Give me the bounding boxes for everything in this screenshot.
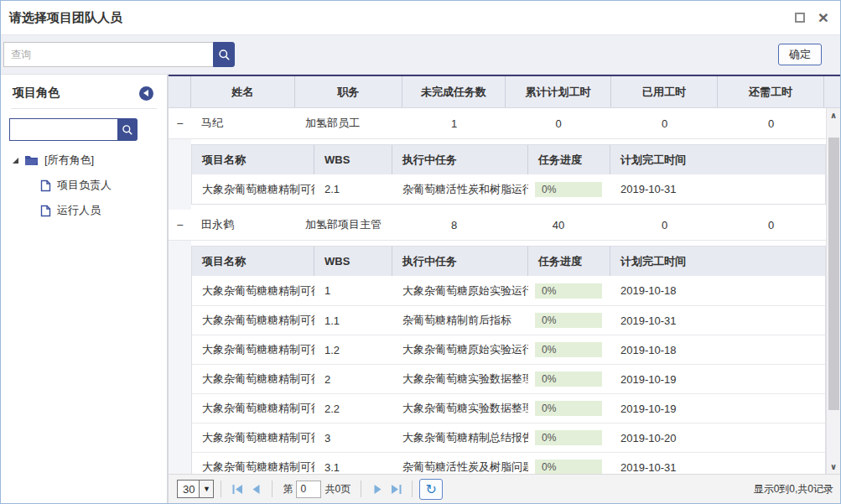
cell-task: 大象杂葡萄糖实验数据整理 bbox=[392, 365, 528, 393]
scroll-up-icon[interactable]: ∧ bbox=[827, 108, 840, 122]
scrollbar-thumb[interactable] bbox=[828, 138, 839, 410]
role-search-input[interactable] bbox=[9, 118, 117, 141]
search-group bbox=[3, 42, 235, 67]
task-row: 大象杂葡萄糖糖精制可行性 1 大象杂葡萄糖原始实验运行 0% 2019-10-1… bbox=[192, 276, 825, 305]
cell-project: 大象杂葡萄糖糖精制可行性 bbox=[192, 276, 314, 305]
subcolumn-project: 项目名称 bbox=[192, 145, 314, 174]
column-header-planned-hours: 累计计划工时 bbox=[506, 76, 611, 107]
header-expand-cell bbox=[169, 76, 191, 107]
next-page-button[interactable] bbox=[368, 480, 387, 498]
tree-node-label: [所有角色] bbox=[44, 153, 94, 168]
cell-finish-date: 2019-10-19 bbox=[610, 365, 825, 393]
sidebar-header: 项目角色 bbox=[1, 75, 167, 108]
record-summary: 显示0到0,共0记录 bbox=[754, 482, 833, 496]
task-subtable-person-2: 项目名称 WBS 执行中任务 任务进度 计划完工时间 大象杂葡萄糖糖精制可行性 … bbox=[191, 246, 826, 474]
tree-expander-icon[interactable] bbox=[13, 158, 18, 164]
progress-bar: 0% bbox=[535, 430, 602, 445]
subcolumn-project: 项目名称 bbox=[192, 247, 314, 276]
search-button[interactable] bbox=[213, 42, 235, 67]
tree-node-all-roles[interactable]: [所有角色] bbox=[1, 148, 167, 173]
chevron-down-icon: ▼ bbox=[199, 481, 213, 497]
page-number-input[interactable] bbox=[296, 481, 321, 498]
task-row: 大象杂葡萄糖糖精制可行性 2 大象杂葡萄糖实验数据整理 0% 2019-10-1… bbox=[192, 364, 825, 393]
close-icon[interactable]: × bbox=[818, 12, 828, 23]
cell-finish-date: 2019-10-19 bbox=[610, 394, 825, 423]
first-page-button[interactable] bbox=[228, 480, 247, 498]
cell-task: 杂葡萄糖精制前后指标 bbox=[392, 306, 528, 335]
folder-icon bbox=[24, 154, 39, 166]
task-row: 大象杂葡萄糖糖精制可行性 3.1 杂葡萄糖活性炭及树脂问题 0% 2019-10… bbox=[192, 452, 825, 474]
search-input[interactable] bbox=[3, 42, 213, 67]
subtable-header: 项目名称 WBS 执行中任务 任务进度 计划完工时间 bbox=[192, 145, 825, 174]
table-row-person-2[interactable]: − 田永鹤 加氢部项目主管 8 40 0 0 bbox=[169, 210, 826, 241]
last-page-button[interactable] bbox=[387, 480, 405, 498]
search-icon bbox=[218, 49, 231, 61]
cell-project: 大象杂葡萄糖糖精制可行性 bbox=[192, 423, 314, 452]
file-icon bbox=[40, 205, 51, 217]
refresh-button[interactable]: ↻ bbox=[419, 479, 443, 500]
cell-finish-date: 2019-10-31 bbox=[610, 306, 825, 335]
sidebar-divider bbox=[11, 108, 157, 109]
grid-body: − 马纪 加氢部员工 1 0 0 0 项目名称 WBS 执行中任务 bbox=[169, 108, 826, 474]
cell-project: 大象杂葡萄糖糖精制可行性 bbox=[192, 365, 314, 393]
tree-node-operator[interactable]: 运行人员 bbox=[1, 198, 167, 223]
toolbar: 确定 bbox=[1, 34, 840, 75]
cell-project: 大象杂葡萄糖糖精制可行性 bbox=[192, 335, 314, 364]
page-size-value: 30 bbox=[178, 483, 199, 496]
cell-progress: 0% bbox=[528, 394, 610, 423]
refresh-icon: ↻ bbox=[425, 481, 436, 497]
page-size-select[interactable]: 30 ▼ bbox=[177, 480, 214, 498]
scroll-down-icon[interactable]: ∨ bbox=[827, 460, 840, 474]
sidebar-search-group bbox=[9, 118, 167, 141]
cell-finish-date: 2019-10-20 bbox=[610, 423, 825, 452]
last-page-icon bbox=[391, 485, 402, 494]
subcolumn-wbs: WBS bbox=[314, 247, 392, 276]
cell-progress: 0% bbox=[528, 174, 610, 204]
prev-page-button[interactable] bbox=[247, 480, 265, 498]
cell-position: 加氢部员工 bbox=[295, 108, 402, 138]
cell-used-hours: 0 bbox=[611, 108, 718, 138]
cell-wbs: 3 bbox=[314, 423, 392, 452]
role-search-button[interactable] bbox=[117, 118, 138, 141]
progress-bar: 0% bbox=[535, 313, 602, 328]
cell-planned-hours: 40 bbox=[506, 210, 611, 240]
tree-node-project-leader[interactable]: 项目负责人 bbox=[1, 173, 167, 198]
page-count-label: 共0页 bbox=[324, 482, 350, 496]
pager-divider bbox=[272, 481, 273, 497]
cell-task: 大象杂葡萄糖原始实验运行 bbox=[392, 276, 528, 305]
confirm-button[interactable]: 确定 bbox=[778, 44, 822, 65]
maximize-icon[interactable] bbox=[795, 13, 805, 23]
progress-bar: 0% bbox=[535, 182, 602, 197]
column-header-used-hours: 已用工时 bbox=[611, 76, 718, 107]
tree-node-label: 项目负责人 bbox=[57, 178, 112, 193]
cell-progress: 0% bbox=[528, 276, 610, 305]
content: 项目角色 bbox=[1, 75, 840, 503]
grid-header: 姓名 职务 未完成任务数 累计计划工时 已用工时 还需工时 bbox=[169, 76, 840, 108]
collapse-row-icon[interactable]: − bbox=[169, 108, 191, 138]
collapse-row-icon[interactable]: − bbox=[169, 210, 191, 240]
cell-wbs: 2.2 bbox=[314, 394, 392, 423]
sidebar-collapse-button[interactable] bbox=[139, 86, 153, 101]
progress-bar: 0% bbox=[535, 283, 602, 299]
table-row-person-1[interactable]: − 马纪 加氢部员工 1 0 0 0 bbox=[169, 108, 826, 139]
cell-unfinished: 8 bbox=[402, 210, 506, 240]
subcolumn-task: 执行中任务 bbox=[392, 145, 528, 174]
task-row: 大象杂葡萄糖糖精制可行性 1.2 大象杂葡萄糖原始实验运行 0% 2019-10… bbox=[192, 335, 825, 364]
next-page-icon bbox=[373, 485, 382, 494]
cell-used-hours: 0 bbox=[611, 210, 718, 240]
task-row: 大象杂葡萄糖糖精制可行性 2.1 杂葡萄糖活性炭和树脂运行 0% 2019-10… bbox=[192, 174, 825, 204]
subtable-wrap-person-2: 项目名称 WBS 执行中任务 任务进度 计划完工时间 大象杂葡萄糖糖精制可行性 … bbox=[169, 241, 826, 474]
task-row: 大象杂葡萄糖糖精制可行性 3 大象杂葡萄糖精制总结报告 0% 2019-10-2… bbox=[192, 423, 825, 452]
cell-finish-date: 2019-10-18 bbox=[610, 276, 825, 305]
progress-bar: 0% bbox=[535, 401, 602, 416]
page-prefix-label: 第 bbox=[283, 482, 293, 496]
cell-wbs: 2 bbox=[314, 365, 392, 393]
cell-finish-date: 2019-10-18 bbox=[610, 335, 825, 364]
cell-remaining-hours: 0 bbox=[718, 108, 824, 138]
cell-progress: 0% bbox=[528, 423, 610, 452]
subcolumn-wbs: WBS bbox=[314, 145, 392, 174]
prev-page-icon bbox=[252, 485, 261, 494]
cell-project: 大象杂葡萄糖糖精制可行性 bbox=[192, 306, 314, 335]
subcolumn-finish-date: 计划完工时间 bbox=[610, 145, 825, 174]
cell-wbs: 1.1 bbox=[314, 306, 392, 335]
